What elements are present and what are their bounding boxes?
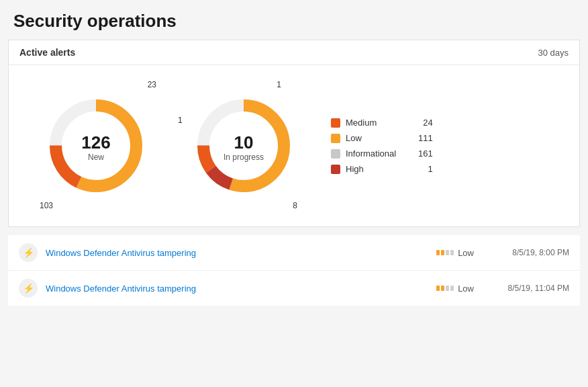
alert-time: 8/5/19, 8:00 PM xyxy=(495,248,569,257)
severity-bar-1 xyxy=(436,250,440,255)
legend-item: Medium 24 xyxy=(331,118,433,128)
chart2-top-label: 1 xyxy=(277,80,281,89)
chart2-label: In progress xyxy=(224,152,264,161)
card-meta: 30 days xyxy=(538,48,569,58)
chart2-center: 10 In progress xyxy=(224,133,264,162)
charts-area: 23 103 126 New xyxy=(9,65,579,226)
legend-count-1: 111 xyxy=(418,133,433,143)
severity-label: Low xyxy=(458,284,474,294)
chart1-top-label: 23 xyxy=(148,80,156,89)
severity-bar-4 xyxy=(450,286,454,291)
chart1-number: 126 xyxy=(81,133,110,153)
legend-label-1: Low xyxy=(346,133,413,143)
legend-label-2: Informational xyxy=(346,148,413,159)
severity-bars xyxy=(436,286,454,291)
alert-icon: ⚡ xyxy=(19,279,38,298)
severity-bars xyxy=(436,250,454,255)
chart-inprogress: 1 1 8 10 In progress xyxy=(177,79,311,213)
legend-color-1 xyxy=(331,134,340,143)
alert-time: 8/5/19, 11:04 PM xyxy=(495,284,569,293)
card-title: Active alerts xyxy=(19,47,75,58)
severity-bar-2 xyxy=(441,250,444,255)
active-alerts-card: Active alerts 30 days 23 103 xyxy=(8,40,580,227)
chart-new: 23 103 126 New xyxy=(29,79,163,213)
chart2-left-label: 1 xyxy=(178,116,183,125)
legend-color-0 xyxy=(331,118,340,128)
legend-item: Informational 161 xyxy=(331,148,433,159)
severity-bar-4 xyxy=(450,250,454,255)
card-header: Active alerts 30 days xyxy=(9,40,579,65)
chart2-svg: 10 In progress xyxy=(190,92,297,202)
severity-label: Low xyxy=(458,248,474,258)
alert-severity: Low xyxy=(436,248,474,258)
legend-label-3: High xyxy=(346,164,422,174)
alert-item: ⚡ Windows Defender Antivirus tampering L… xyxy=(8,271,580,306)
chart1-svg: 126 New xyxy=(42,92,150,202)
chart2-bottom-label: 8 xyxy=(293,201,297,210)
legend-count-0: 24 xyxy=(423,118,432,128)
chart1-label: New xyxy=(81,152,110,161)
page: Security operations Active alerts 30 day… xyxy=(0,0,588,306)
severity-bar-3 xyxy=(446,286,449,291)
chart2-number: 10 xyxy=(224,133,264,153)
alert-name[interactable]: Windows Defender Antivirus tampering xyxy=(46,248,428,258)
legend-count-2: 161 xyxy=(418,148,433,159)
alert-icon: ⚡ xyxy=(19,243,38,262)
severity-bar-3 xyxy=(446,250,449,255)
chart1-bottom-label: 103 xyxy=(40,201,53,210)
alert-item: ⚡ Windows Defender Antivirus tampering L… xyxy=(8,235,580,271)
page-title: Security operations xyxy=(13,11,575,32)
legend-label-0: Medium xyxy=(346,118,418,128)
severity-bar-2 xyxy=(441,286,444,291)
alert-list: ⚡ Windows Defender Antivirus tampering L… xyxy=(8,235,580,306)
chart-legend: Medium 24 Low 111 Informational 161 High… xyxy=(331,118,433,174)
chart1-center: 126 New xyxy=(81,133,110,162)
alert-severity: Low xyxy=(436,284,474,294)
legend-item: Low 111 xyxy=(331,133,433,143)
severity-bar-1 xyxy=(436,286,440,291)
legend-color-2 xyxy=(331,149,340,159)
legend-color-3 xyxy=(331,165,340,174)
page-header: Security operations xyxy=(0,0,588,40)
alert-name[interactable]: Windows Defender Antivirus tampering xyxy=(46,284,428,294)
legend-count-3: 1 xyxy=(428,164,432,174)
legend-item: High 1 xyxy=(331,164,433,174)
